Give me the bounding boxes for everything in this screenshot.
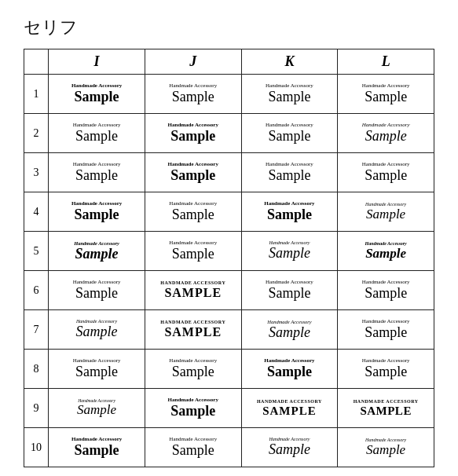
sample-word: Sample <box>51 364 142 380</box>
cell-6-J: Handmade Accessory SAMPLE <box>145 271 241 310</box>
sample-word: Sample <box>148 129 239 145</box>
sample-word: Sample <box>148 364 239 380</box>
page: セリフ I J K L 1 Handmade Accessory Sample … <box>0 0 458 476</box>
sample-word: Sample <box>51 443 142 459</box>
cell-10-L: Handmade Accessory Sample <box>338 428 434 467</box>
cell-1-K: Handmade Accessory Sample <box>241 75 338 114</box>
row-num: 5 <box>24 232 49 271</box>
cell-6-L: Handmade Accessory Sample <box>338 271 434 310</box>
sample-word: Sample <box>244 364 335 380</box>
sample-word: Sample <box>340 207 431 222</box>
cell-4-L: Handmade Accessory Sample <box>338 192 434 232</box>
row-num: 1 <box>24 75 49 114</box>
sample-word: Sample <box>148 207 239 223</box>
sample-word: Sample <box>51 90 142 105</box>
cell-1-L: Handmade Accessory Sample <box>338 75 434 114</box>
sample-word: Sample <box>244 442 335 458</box>
sample-word: Sample <box>51 403 142 418</box>
sample-word: Sample <box>340 325 431 341</box>
col-header-K: K <box>241 49 338 75</box>
cell-9-I: Handmade Accessory Sample <box>49 389 145 428</box>
table-row: 5 Handmade Accessory Sample Handmade Acc… <box>24 232 434 271</box>
cell-3-I: Handmade Accessory Sample <box>49 153 145 192</box>
table-row: 9 Handmade Accessory Sample Handmade Acc… <box>24 389 434 428</box>
cell-2-K: Handmade Accessory Sample <box>241 114 338 153</box>
row-num: 8 <box>24 350 49 389</box>
sample-word: Sample <box>148 168 239 184</box>
sample-word: Sample <box>340 90 431 105</box>
cell-5-I: Handmade Accessory Sample <box>49 232 145 271</box>
page-title: セリフ <box>24 16 434 39</box>
cell-1-J: Handmade Accessory Sample <box>145 75 241 114</box>
table-row: 3 Handmade Accessory Sample Handmade Acc… <box>24 153 434 192</box>
sample-word: Sample <box>244 286 335 302</box>
sample-word: Sample <box>148 90 239 105</box>
sample-word: Sample <box>340 129 431 145</box>
cell-7-K: Handmade Accessory Sample <box>241 310 338 350</box>
sample-label: Handmade Accessory <box>148 280 239 286</box>
cell-6-I: Handmade Accessory Sample <box>49 271 145 310</box>
sample-word: Sample <box>244 246 335 262</box>
row-num: 9 <box>24 389 49 428</box>
cell-8-J: Handmade Accessory Sample <box>145 350 241 389</box>
sample-word: Sample <box>148 247 239 262</box>
row-num: 7 <box>24 310 49 350</box>
sample-word: Sample <box>51 324 142 340</box>
cell-5-J: Handmade Accessory Sample <box>145 232 241 271</box>
row-num: 4 <box>24 192 49 232</box>
row-num: 6 <box>24 271 49 310</box>
cell-9-K: Handmade Accessory SAMPLE <box>241 389 338 428</box>
cell-4-K: Handmade Accessory Sample <box>241 192 338 232</box>
cell-3-J: Handmade Accessory Sample <box>145 153 241 192</box>
table-row: 4 Handmade Accessory Sample Handmade Acc… <box>24 192 434 232</box>
cell-5-K: Handmade Accessory Sample <box>241 232 338 271</box>
sample-word: Sample <box>51 286 142 302</box>
sample-word: Sample <box>244 168 335 184</box>
row-num: 10 <box>24 428 49 467</box>
sample-word: Sample <box>340 247 431 262</box>
sample-word: Sample <box>244 90 335 105</box>
cell-8-I: Handmade Accessory Sample <box>49 350 145 389</box>
cell-10-K: Handmade Accessory Sample <box>241 428 338 467</box>
sample-word: Sample <box>244 325 335 341</box>
table-row: 10 Handmade Accessory Sample Handmade Ac… <box>24 428 434 467</box>
cell-4-I: Handmade Accessory Sample <box>49 192 145 232</box>
sample-word: SAMPLE <box>148 325 239 339</box>
row-num: 3 <box>24 153 49 192</box>
sample-word: SAMPLE <box>340 405 431 418</box>
cell-8-L: Handmade Accessory Sample <box>338 350 434 389</box>
sample-word: Sample <box>340 168 431 184</box>
cell-10-I: Handmade Accessory Sample <box>49 428 145 467</box>
sample-word: SAMPLE <box>244 405 335 418</box>
sample-word: Sample <box>244 129 335 145</box>
sample-label: Handmade Accessory <box>148 320 239 325</box>
col-header-J: J <box>145 49 241 75</box>
table-row: 7 Handmade Accessory Sample Handmade Acc… <box>24 310 434 350</box>
cell-7-I: Handmade Accessory Sample <box>49 310 145 350</box>
cell-9-L: Handmade Accessory SAMPLE <box>338 389 434 428</box>
corner-header <box>24 49 49 75</box>
sample-word: Sample <box>51 207 142 223</box>
cell-3-L: Handmade Accessory Sample <box>338 153 434 192</box>
cell-2-L: Handmade Accessory Sample <box>338 114 434 153</box>
sample-word: Sample <box>148 443 239 459</box>
table-row: 2 Handmade Accessory Sample Handmade Acc… <box>24 114 434 153</box>
font-table: I J K L 1 Handmade Accessory Sample Hand… <box>24 49 434 467</box>
cell-5-L: Handmade Accessory Sample <box>338 232 434 271</box>
row-num: 2 <box>24 114 49 153</box>
cell-4-J: Handmade Accessory Sample <box>145 192 241 232</box>
sample-word: Sample <box>340 364 431 380</box>
sample-word: Sample <box>340 443 431 458</box>
cell-2-J: Handmade Accessory Sample <box>145 114 241 153</box>
sample-word: SAMPLE <box>148 286 239 300</box>
sample-label: Handmade Accessory <box>244 399 335 405</box>
table-row: 1 Handmade Accessory Sample Handmade Acc… <box>24 75 434 114</box>
cell-7-J: Handmade Accessory SAMPLE <box>145 310 241 350</box>
cell-6-K: Handmade Accessory Sample <box>241 271 338 310</box>
cell-10-J: Handmade Accessory Sample <box>145 428 241 467</box>
cell-2-I: Handmade Accessory Sample <box>49 114 145 153</box>
table-row: 6 Handmade Accessory Sample Handmade Acc… <box>24 271 434 310</box>
col-header-L: L <box>338 49 434 75</box>
table-row: 8 Handmade Accessory Sample Handmade Acc… <box>24 350 434 389</box>
sample-word: Sample <box>51 247 142 262</box>
